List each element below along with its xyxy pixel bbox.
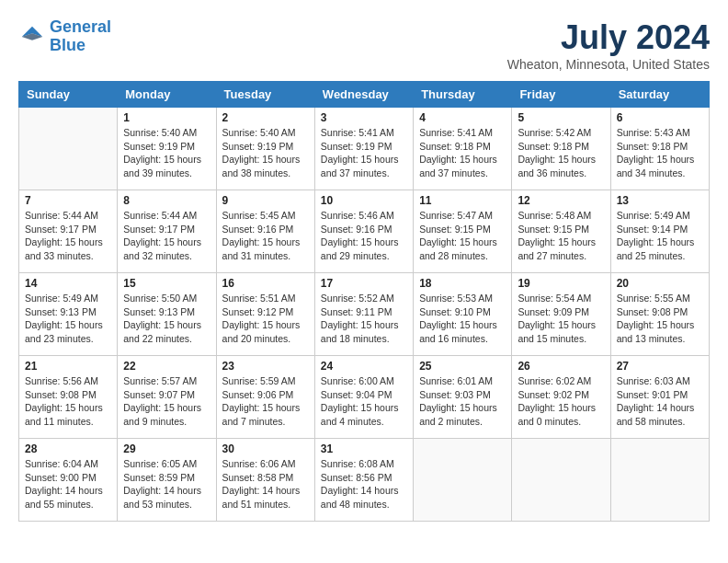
calendar-cell: 18Sunrise: 5:53 AM Sunset: 9:10 PM Dayli…: [414, 273, 512, 356]
calendar-cell: 22Sunrise: 5:57 AM Sunset: 9:07 PM Dayli…: [118, 356, 216, 439]
day-number: 27: [617, 360, 703, 373]
day-info: Sunrise: 6:05 AM Sunset: 8:59 PM Dayligh…: [123, 457, 210, 511]
calendar-cell: 27Sunrise: 6:03 AM Sunset: 9:01 PM Dayli…: [610, 356, 709, 439]
day-info: Sunrise: 5:49 AM Sunset: 9:14 PM Dayligh…: [617, 209, 703, 263]
day-info: Sunrise: 5:47 AM Sunset: 9:15 PM Dayligh…: [419, 209, 506, 263]
calendar-cell: 10Sunrise: 5:46 AM Sunset: 9:16 PM Dayli…: [314, 190, 413, 273]
calendar-week-row: 14Sunrise: 5:49 AM Sunset: 9:13 PM Dayli…: [19, 273, 710, 356]
page-header: General Blue July 2024 Wheaton, Minnesot…: [18, 18, 710, 72]
calendar-cell: 1Sunrise: 5:40 AM Sunset: 9:19 PM Daylig…: [118, 108, 216, 190]
day-number: 12: [518, 194, 604, 207]
calendar-cell: 20Sunrise: 5:55 AM Sunset: 9:08 PM Dayli…: [610, 273, 709, 356]
day-info: Sunrise: 5:40 AM Sunset: 9:19 PM Dayligh…: [123, 126, 210, 180]
calendar-week-row: 28Sunrise: 6:04 AM Sunset: 9:00 PM Dayli…: [19, 439, 710, 522]
calendar-cell: 15Sunrise: 5:50 AM Sunset: 9:13 PM Dayli…: [118, 273, 216, 356]
day-info: Sunrise: 6:06 AM Sunset: 8:58 PM Dayligh…: [222, 457, 309, 511]
day-number: 2: [222, 111, 309, 124]
day-number: 9: [222, 194, 309, 207]
calendar-cell: 17Sunrise: 5:52 AM Sunset: 9:11 PM Dayli…: [314, 273, 413, 356]
weekday-header-cell: Tuesday: [216, 82, 314, 108]
calendar-cell: 6Sunrise: 5:43 AM Sunset: 9:18 PM Daylig…: [610, 108, 709, 190]
day-number: 10: [321, 194, 407, 207]
calendar-cell: 23Sunrise: 5:59 AM Sunset: 9:06 PM Dayli…: [216, 356, 314, 439]
calendar-cell: 12Sunrise: 5:48 AM Sunset: 9:15 PM Dayli…: [512, 190, 610, 273]
day-info: Sunrise: 5:50 AM Sunset: 9:13 PM Dayligh…: [123, 292, 210, 346]
weekday-header-cell: Monday: [118, 82, 216, 108]
day-number: 29: [123, 442, 210, 455]
day-info: Sunrise: 6:01 AM Sunset: 9:03 PM Dayligh…: [419, 374, 506, 429]
day-number: 20: [617, 277, 703, 290]
day-number: 28: [25, 442, 111, 455]
calendar-cell: 16Sunrise: 5:51 AM Sunset: 9:12 PM Dayli…: [216, 273, 314, 356]
calendar-cell: 7Sunrise: 5:44 AM Sunset: 9:17 PM Daylig…: [19, 190, 118, 273]
day-number: 5: [518, 111, 604, 124]
day-info: Sunrise: 5:48 AM Sunset: 9:15 PM Dayligh…: [518, 209, 604, 263]
day-info: Sunrise: 5:57 AM Sunset: 9:07 PM Dayligh…: [123, 374, 210, 429]
calendar-cell: 25Sunrise: 6:01 AM Sunset: 9:03 PM Dayli…: [414, 356, 512, 439]
day-number: 25: [419, 360, 506, 373]
calendar-cell: 31Sunrise: 6:08 AM Sunset: 8:56 PM Dayli…: [314, 439, 413, 522]
day-number: 1: [123, 111, 210, 124]
calendar-week-row: 21Sunrise: 5:56 AM Sunset: 9:08 PM Dayli…: [19, 356, 710, 439]
calendar-cell: 28Sunrise: 6:04 AM Sunset: 9:00 PM Dayli…: [19, 439, 118, 522]
day-number: 31: [321, 442, 407, 455]
weekday-header-cell: Friday: [512, 82, 610, 108]
calendar-cell: 4Sunrise: 5:41 AM Sunset: 9:18 PM Daylig…: [414, 108, 512, 190]
calendar-cell: 2Sunrise: 5:40 AM Sunset: 9:19 PM Daylig…: [216, 108, 314, 190]
day-info: Sunrise: 5:45 AM Sunset: 9:16 PM Dayligh…: [222, 209, 309, 263]
day-info: Sunrise: 6:03 AM Sunset: 9:01 PM Dayligh…: [617, 374, 703, 429]
calendar-cell: [512, 439, 610, 522]
day-info: Sunrise: 6:00 AM Sunset: 9:04 PM Dayligh…: [321, 374, 407, 429]
day-info: Sunrise: 5:46 AM Sunset: 9:16 PM Dayligh…: [321, 209, 407, 263]
weekday-header-cell: Wednesday: [314, 82, 413, 108]
logo-icon: [18, 23, 46, 51]
location-subtitle: Wheaton, Minnesota, United States: [507, 57, 710, 72]
calendar-body: 1Sunrise: 5:40 AM Sunset: 9:19 PM Daylig…: [19, 108, 710, 522]
calendar-cell: [19, 108, 118, 190]
day-number: 16: [222, 277, 309, 290]
calendar-cell: [610, 439, 709, 522]
day-number: 6: [617, 111, 703, 124]
calendar-cell: 3Sunrise: 5:41 AM Sunset: 9:19 PM Daylig…: [314, 108, 413, 190]
day-info: Sunrise: 5:54 AM Sunset: 9:09 PM Dayligh…: [518, 292, 604, 346]
day-info: Sunrise: 5:40 AM Sunset: 9:19 PM Dayligh…: [222, 126, 309, 180]
logo: General Blue: [18, 18, 111, 55]
day-info: Sunrise: 6:04 AM Sunset: 9:00 PM Dayligh…: [25, 457, 111, 511]
day-number: 8: [123, 194, 210, 207]
day-info: Sunrise: 5:43 AM Sunset: 9:18 PM Dayligh…: [617, 126, 703, 180]
day-number: 18: [419, 277, 506, 290]
day-info: Sunrise: 5:49 AM Sunset: 9:13 PM Dayligh…: [25, 292, 111, 346]
calendar-cell: 21Sunrise: 5:56 AM Sunset: 9:08 PM Dayli…: [19, 356, 118, 439]
day-info: Sunrise: 6:08 AM Sunset: 8:56 PM Dayligh…: [321, 457, 407, 511]
calendar-cell: 9Sunrise: 5:45 AM Sunset: 9:16 PM Daylig…: [216, 190, 314, 273]
day-number: 3: [321, 111, 407, 124]
month-year-title: July 2024: [507, 18, 710, 57]
title-block: July 2024 Wheaton, Minnesota, United Sta…: [507, 18, 710, 72]
day-number: 22: [123, 360, 210, 373]
calendar-cell: 30Sunrise: 6:06 AM Sunset: 8:58 PM Dayli…: [216, 439, 314, 522]
day-number: 17: [321, 277, 407, 290]
calendar-cell: 24Sunrise: 6:00 AM Sunset: 9:04 PM Dayli…: [314, 356, 413, 439]
weekday-header-row: SundayMondayTuesdayWednesdayThursdayFrid…: [19, 82, 710, 108]
day-number: 30: [222, 442, 309, 455]
calendar-cell: [414, 439, 512, 522]
day-number: 23: [222, 360, 309, 373]
calendar-cell: 13Sunrise: 5:49 AM Sunset: 9:14 PM Dayli…: [610, 190, 709, 273]
logo-text: General Blue: [50, 18, 111, 55]
day-info: Sunrise: 5:52 AM Sunset: 9:11 PM Dayligh…: [321, 292, 407, 346]
calendar-cell: 26Sunrise: 6:02 AM Sunset: 9:02 PM Dayli…: [512, 356, 610, 439]
day-number: 4: [419, 111, 506, 124]
day-info: Sunrise: 5:59 AM Sunset: 9:06 PM Dayligh…: [222, 374, 309, 429]
calendar-cell: 19Sunrise: 5:54 AM Sunset: 9:09 PM Dayli…: [512, 273, 610, 356]
day-info: Sunrise: 5:56 AM Sunset: 9:08 PM Dayligh…: [25, 374, 111, 429]
day-info: Sunrise: 5:53 AM Sunset: 9:10 PM Dayligh…: [419, 292, 506, 346]
day-info: Sunrise: 5:42 AM Sunset: 9:18 PM Dayligh…: [518, 126, 604, 180]
calendar-table: SundayMondayTuesdayWednesdayThursdayFrid…: [18, 81, 710, 522]
calendar-cell: 8Sunrise: 5:44 AM Sunset: 9:17 PM Daylig…: [118, 190, 216, 273]
day-info: Sunrise: 5:44 AM Sunset: 9:17 PM Dayligh…: [123, 209, 210, 263]
calendar-cell: 11Sunrise: 5:47 AM Sunset: 9:15 PM Dayli…: [414, 190, 512, 273]
day-number: 14: [25, 277, 111, 290]
calendar-cell: 14Sunrise: 5:49 AM Sunset: 9:13 PM Dayli…: [19, 273, 118, 356]
calendar-cell: 5Sunrise: 5:42 AM Sunset: 9:18 PM Daylig…: [512, 108, 610, 190]
day-number: 26: [518, 360, 604, 373]
